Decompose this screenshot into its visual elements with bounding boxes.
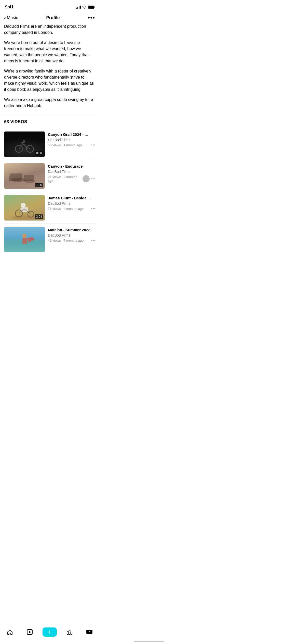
wifi-icon	[82, 6, 86, 9]
svg-point-20	[22, 233, 27, 238]
video-title: Canyon Grail 2024 - ...	[48, 132, 95, 137]
video-more-button[interactable]	[91, 144, 95, 145]
profile-description: DadBod Films are an independent producti…	[0, 23, 99, 114]
description-line4: We also make a great cuppa so do swing b…	[4, 97, 95, 109]
video-meta-row: 50 views · 1 month ago	[48, 143, 95, 147]
svg-point-7	[23, 140, 25, 143]
video-duration: 3:04	[35, 214, 43, 219]
video-thumbnail: 3:04	[4, 195, 45, 221]
status-bar: 9:41	[0, 0, 99, 12]
beach-silhouette	[4, 227, 45, 252]
video-info: Matalan - Summer 2023 DadBod Films 46 vi…	[48, 227, 95, 242]
avatar	[83, 175, 90, 182]
video-item[interactable]: 1:20 Canyon - Endurace DadBod Films 21 v…	[4, 160, 95, 192]
status-time: 9:41	[5, 5, 13, 10]
video-channel: DadBod Films	[48, 233, 95, 237]
svg-rect-10	[9, 173, 23, 181]
video-meta-row: 46 views · 7 months ago	[48, 239, 95, 242]
video-title: James Blunt - Beside ...	[48, 196, 95, 201]
video-meta: 21 views · 2 months ago	[48, 175, 83, 183]
video-item[interactable]: 3:04 James Blunt - Beside ... DadBod Fil…	[4, 192, 95, 224]
battery-icon	[88, 6, 94, 9]
video-info: James Blunt - Beside ... DadBod Films 76…	[48, 195, 95, 211]
description-line3: We're a growing family with a roster of …	[4, 68, 95, 93]
video-info: Canyon - Endurace DadBod Films 21 views …	[48, 163, 95, 183]
svg-point-13	[21, 203, 26, 208]
svg-rect-11	[23, 175, 34, 181]
video-meta: 50 views · 1 month ago	[48, 143, 82, 147]
video-thumbnail	[4, 227, 45, 252]
video-more-button[interactable]	[91, 178, 95, 179]
description-line2: We were borne out of a desire to have th…	[4, 40, 95, 64]
nav-bar: ‹ Music Profile •••	[0, 12, 99, 23]
video-info: Canyon Grail 2024 - ... DadBod Films 50 …	[48, 131, 95, 147]
video-title: Matalan - Summer 2023	[48, 227, 95, 232]
back-button[interactable]: ‹ Music	[4, 15, 18, 20]
video-title: Canyon - Endurace	[48, 164, 95, 169]
video-more-button[interactable]	[91, 240, 95, 241]
video-meta-row: 76 views · 4 months ago	[48, 207, 95, 211]
svg-rect-21	[22, 238, 27, 244]
video-meta-row: 21 views · 2 months ago	[48, 175, 95, 183]
back-label: Music	[7, 15, 18, 20]
bike-silhouette	[14, 139, 35, 153]
video-meta: 76 views · 4 months ago	[48, 207, 84, 211]
video-meta: 46 views · 7 months ago	[48, 239, 84, 242]
video-more-button[interactable]	[91, 208, 95, 209]
videos-section: 63 VIDEOS	[0, 114, 99, 257]
signal-icon	[76, 6, 81, 9]
video-channel: DadBod Films	[48, 201, 95, 206]
video-item[interactable]: 0:50 Canyon Grail 2024 - ... DadBod Film…	[4, 128, 95, 160]
video-channel: DadBod Films	[48, 138, 95, 142]
video-item[interactable]: Matalan - Summer 2023 DadBod Films 46 vi…	[4, 224, 95, 255]
more-button[interactable]: •••	[88, 14, 95, 21]
chevron-left-icon: ‹	[4, 15, 6, 20]
video-avatar-more[interactable]	[83, 175, 95, 182]
video-channel: DadBod Films	[48, 170, 95, 174]
page-title: Profile	[46, 15, 60, 20]
description-line1: DadBod Films are an independent producti…	[4, 23, 95, 36]
video-thumbnail: 0:50	[4, 131, 45, 157]
videos-count: 63 VIDEOS	[4, 119, 95, 124]
status-icons	[76, 6, 94, 9]
video-duration: 0:50	[35, 151, 43, 155]
video-thumbnail: 1:20	[4, 163, 45, 189]
video-duration: 1:20	[35, 183, 43, 187]
